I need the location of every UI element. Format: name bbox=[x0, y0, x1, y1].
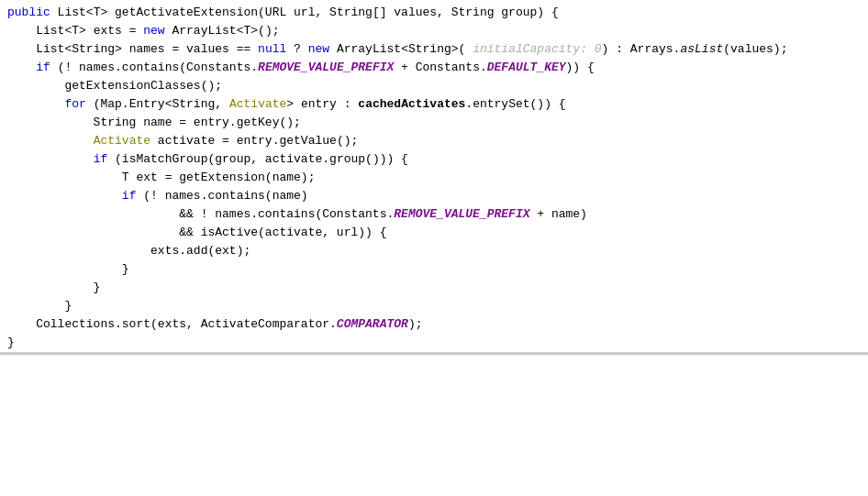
code-line: String name = entry.getKey(); bbox=[0, 114, 868, 132]
code-line: if (! names.contains(Constants.REMOVE_VA… bbox=[0, 59, 868, 77]
code-line: T ext = getExtension(name); bbox=[0, 169, 868, 187]
code-line: public List<T> getActivateExtension(URL … bbox=[0, 4, 868, 22]
code-line: } bbox=[0, 297, 868, 315]
code-line: && isActive(activate, url)) { bbox=[0, 224, 868, 242]
code-line: exts.add(ext); bbox=[0, 242, 868, 260]
code-line: if (isMatchGroup(group, activate.group()… bbox=[0, 150, 868, 169]
code-line: } bbox=[0, 334, 868, 354]
code-line: if (! names.contains(name) bbox=[0, 187, 868, 205]
code-line: getExtensionClasses(); bbox=[0, 77, 868, 95]
code-line: Collections.sort(exts, ActivateComparato… bbox=[0, 315, 868, 334]
code-line: && ! names.contains(Constants.REMOVE_VAL… bbox=[0, 205, 868, 224]
code-line: List<String> names = values == null ? ne… bbox=[0, 40, 868, 59]
editor-bottom-border bbox=[0, 354, 868, 356]
code-line: List<T> exts = new ArrayList<T>(); bbox=[0, 22, 868, 40]
code-line: for (Map.Entry<String, Activate> entry :… bbox=[0, 95, 868, 114]
code-editor: public List<T> getActivateExtension(URL … bbox=[0, 0, 868, 496]
code-line: Activate activate = entry.getValue(); bbox=[0, 132, 868, 150]
code-line: } bbox=[0, 260, 868, 279]
code-line: } bbox=[0, 279, 868, 297]
